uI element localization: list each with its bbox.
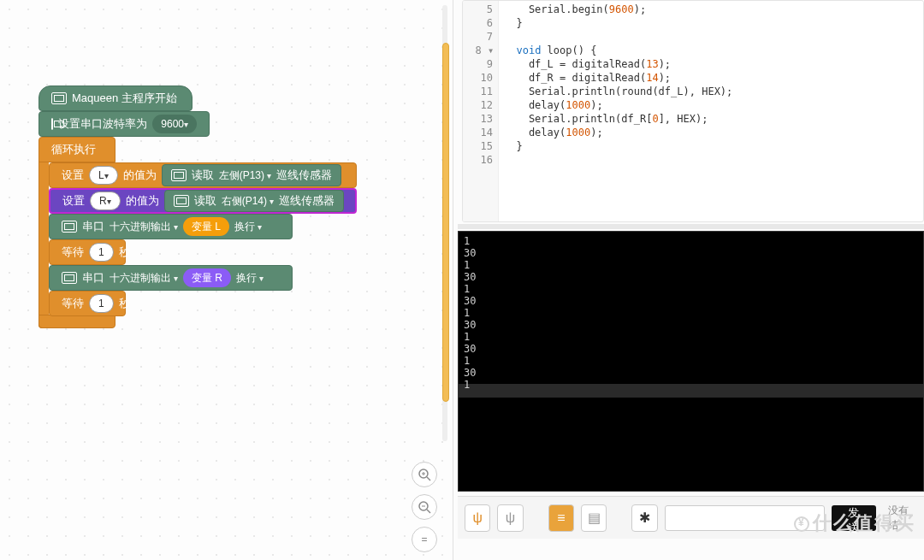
newline-dropdown[interactable]: 换行 [236,271,264,286]
usb-off-icon: ψ [506,510,515,526]
svg-line-1 [427,477,430,480]
zoom-out-icon [418,500,431,514]
block-set-R[interactable]: 设置 R 的值为 读取 右侧(P14) 巡线传感器 [49,188,357,214]
block-wait-1[interactable]: 等待 1 秒 [49,239,126,265]
hat-block-main[interactable]: Maqueen 主程序开始 [38,85,192,111]
block-serial-print-L[interactable]: 串口 十六进制输出 变量 L 换行 [49,214,293,239]
hat-label: Maqueen 主程序开始 [72,91,177,106]
var-L-dropdown[interactable]: L [89,166,118,185]
hex-mode-button[interactable]: ✱ [631,504,657,532]
block-scrollbar-thumb[interactable] [442,43,449,402]
block-editor-canvas[interactable]: Maqueen 主程序开始 设置串口波特率为 9600 循环执行 设置 L 的值… [0,0,453,560]
usb-disconnect-button[interactable]: ψ [497,504,523,532]
set-label: 设置 [62,193,85,209]
hex-dropdown[interactable]: 十六进制输出 [110,220,178,234]
var-pill-R[interactable]: 变量 R [183,268,231,287]
loop-block[interactable]: 循环执行 [38,137,116,162]
baud-label: 设置串口波特率为 [58,116,147,132]
clear-output-button[interactable]: ▤ [581,504,607,532]
sensor-label: 巡线传感器 [276,168,332,183]
scroll-lock-button[interactable]: ≡ [548,504,574,532]
sensor-read-left[interactable]: 读取 左侧(P13) 巡线传感器 [162,164,341,186]
right-pin-dropdown[interactable]: 右侧(P14) [222,194,274,209]
read-label: 读取 [194,193,216,209]
sensor-label: 巡线传感器 [279,193,335,209]
block-stack: Maqueen 主程序开始 设置串口波特率为 9600 循环执行 设置 L 的值… [38,85,357,316]
board-icon [51,92,67,104]
zoom-out-button[interactable] [412,494,437,520]
hex-dropdown[interactable]: 十六进制输出 [110,271,178,286]
block-wait-2[interactable]: 等待 1 秒 [49,291,126,316]
block-serial-print-R[interactable]: 串口 十六进制输出 变量 R 换行 [49,265,293,291]
scroll-icon: ≡ [557,510,565,526]
board-icon [62,221,77,233]
serial-monitor[interactable]: 1 30 1 30 1 30 1 30 1 30 1 30 1 [458,231,924,492]
value-label: 的值为 [123,168,157,183]
newline-dropdown[interactable]: 换行 [234,220,262,234]
wait-value[interactable]: 1 [89,243,114,262]
code-editor[interactable]: 5 6 7 8 ▾ 9 10 11 12 13 14 15 16 Serial.… [462,0,924,222]
wait-unit: 秒 [119,245,130,260]
horizontal-splitter[interactable] [458,224,924,229]
left-pin-dropdown[interactable]: 左侧(P13) [219,168,271,183]
loop-label: 循环执行 [51,142,96,157]
svg-line-5 [427,510,430,513]
wait-unit: 秒 [119,296,130,311]
var-R-dropdown[interactable]: R [90,192,121,210]
var-pill-L[interactable]: 变量 L [183,217,229,236]
hex-icon: ✱ [639,510,650,526]
board-icon [171,169,187,181]
block-set-L[interactable]: 设置 L 的值为 读取 左侧(P13) 巡线传感器 [49,162,357,188]
wait-label: 等待 [62,245,84,260]
clear-icon: ▤ [588,510,601,526]
serial-toolbar: ψ ψ ≡ ▤ ✱ 发送 没有结 [458,496,924,539]
serial-label: 串口 [82,219,104,234]
set-label: 设置 [62,168,84,183]
wait-value[interactable]: 1 [89,294,114,313]
code-body[interactable]: Serial.begin(9600); } void loop() { df_L… [504,3,918,167]
board-icon [62,272,77,284]
value-label: 的值为 [126,193,159,209]
serial-send-input[interactable] [665,505,825,531]
loop-c-bottom [38,315,116,328]
serial-output-text: 1 30 1 30 1 30 1 30 1 30 1 30 1 [464,235,918,391]
wait-label: 等待 [62,296,84,311]
sensor-read-right[interactable]: 读取 右侧(P14) 巡线传感器 [164,190,344,212]
read-label: 读取 [192,168,214,183]
baud-dropdown[interactable]: 9600 [152,115,197,133]
equals-icon: = [421,533,427,545]
block-set-baud[interactable]: 设置串口波特率为 9600 [38,111,210,137]
usb-icon: ψ [472,510,482,526]
board-icon [51,118,53,130]
zoom-in-button[interactable] [412,462,437,487]
status-text: 没有结 [888,504,917,533]
serial-send-button[interactable]: 发送 [832,505,876,531]
usb-connect-button[interactable]: ψ [465,504,490,532]
zoom-in-icon [418,468,431,481]
board-icon [174,195,189,207]
serial-label: 串口 [82,270,104,286]
code-gutter: 5 6 7 8 ▾ 9 10 11 12 13 14 15 16 [463,1,499,221]
zoom-reset-button[interactable]: = [412,527,437,552]
